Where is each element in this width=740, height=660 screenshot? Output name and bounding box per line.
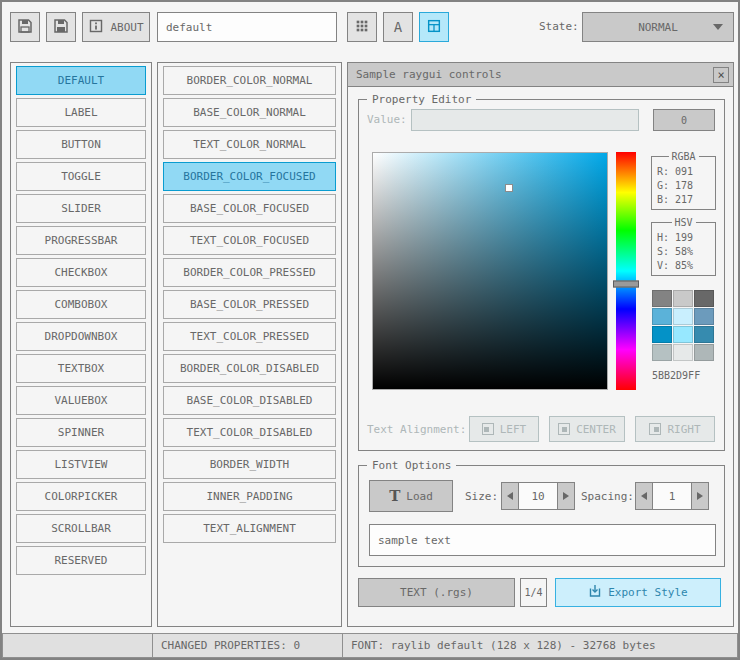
control-list-item[interactable]: DROPDOWNBOX [16,322,146,351]
property-list-item[interactable]: TEXT_COLOR_FOCUSED [163,226,336,255]
about-button[interactable]: ABOUT [82,12,150,42]
property-editor-group-label: Property Editor [367,93,476,106]
properties-list: BORDER_COLOR_NORMAL BASE_COLOR_NORMAL TE… [157,62,342,627]
state-label: State: [539,20,579,33]
control-list-item[interactable]: RESERVED [16,546,146,575]
palette-color-cell[interactable] [652,344,672,361]
control-list-item-label: DROPDOWNBOX [45,330,118,343]
size-increase-button[interactable] [557,482,575,510]
spacing-decrease-button[interactable] [635,482,653,510]
control-list-item[interactable]: TOGGLE [16,162,146,191]
font-load-label: Load [406,490,433,503]
value-input[interactable] [411,109,639,131]
palette-color-cell[interactable] [694,344,714,361]
property-list-item[interactable]: BORDER_COLOR_FOCUSED [163,162,336,191]
load-style-button[interactable] [10,12,40,42]
control-list-item[interactable]: TEXTBOX [16,354,146,383]
property-list-item[interactable]: BORDER_COLOR_PRESSED [163,258,336,287]
sample-window-titlebar[interactable]: Sample raygui controls × [348,63,733,87]
status-font-segment: FONT: raylib default (128 x 128) - 32768… [342,633,738,658]
right-arrow-icon [697,492,703,500]
rgba-row: G: 178 [652,179,715,193]
property-list-item[interactable]: BASE_COLOR_DISABLED [163,386,336,415]
property-list-item[interactable]: BASE_COLOR_FOCUSED [163,194,336,223]
property-list-item[interactable]: BORDER_WIDTH [163,450,336,479]
export-style-button[interactable]: Export Style [555,578,721,607]
palette-color-cell[interactable] [694,308,714,325]
property-list-item-label: BASE_COLOR_DISABLED [187,394,313,407]
control-list-item[interactable]: PROGRESSBAR [16,226,146,255]
export-format-button[interactable]: TEXT (.rgs) [358,578,515,607]
font-options-group-label: Font Options [367,459,456,472]
export-format-label: TEXT (.rgs) [400,586,473,599]
state-dropdown[interactable]: NORMAL [582,12,734,42]
property-list-item[interactable]: BORDER_COLOR_DISABLED [163,354,336,383]
palette-color-cell[interactable] [673,326,693,343]
property-list-item[interactable]: BASE_COLOR_NORMAL [163,98,336,127]
property-list-item-label: TEXT_COLOR_DISABLED [187,426,313,439]
control-list-item[interactable]: SCROLLBAR [16,514,146,543]
palette-color-cell[interactable] [673,308,693,325]
property-list-item[interactable]: TEXT_COLOR_PRESSED [163,322,336,351]
control-list-item-label: SLIDER [61,202,101,215]
controls-list: DEFAULT LABEL BUTTON TOGGLE SLIDER PROGR… [10,62,152,627]
color-saturation-value-panel[interactable] [372,152,608,390]
control-list-item[interactable]: LISTVIEW [16,450,146,479]
size-decrease-button[interactable] [501,482,519,510]
control-list-item[interactable]: BUTTON [16,130,146,159]
export-page-button[interactable]: 1/4 [520,578,547,607]
style-name-input[interactable] [157,12,337,42]
palette-color-cell[interactable] [694,326,714,343]
palette-color-cell[interactable] [652,326,672,343]
rgba-values: R: 091G: 178B: 217 [652,165,715,207]
font-mode-button[interactable]: A [383,12,413,42]
spacing-value-box[interactable]: 1 [652,482,692,510]
font-load-button[interactable]: T Load [369,480,453,512]
property-list-item[interactable]: TEXT_COLOR_NORMAL [163,130,336,159]
palette-color-cell[interactable] [652,290,672,307]
table-view-button[interactable] [419,12,449,42]
palette-color-cell[interactable] [673,290,693,307]
sample-text-input[interactable] [369,524,716,556]
save-style-button[interactable] [46,12,76,42]
control-list-item[interactable]: COMBOBOX [16,290,146,319]
property-list-item[interactable]: TEXT_COLOR_DISABLED [163,418,336,447]
align-right-label: RIGHT [667,423,700,436]
left-arrow-icon [641,492,647,500]
hue-slider[interactable] [613,280,639,287]
align-right-button[interactable]: RIGHT [635,416,715,442]
hsv-group: HSV H: 199S: 58%V: 85% [651,222,716,276]
control-list-item[interactable]: VALUEBOX [16,386,146,415]
control-list-item[interactable]: DEFAULT [16,66,146,95]
hue-bar[interactable] [616,152,636,390]
control-list-item[interactable]: SPINNER [16,418,146,447]
state-dropdown-value: NORMAL [638,21,678,34]
hsv-row: H: 199 [652,231,715,245]
align-center-button[interactable]: CENTER [549,416,625,442]
property-list-item[interactable]: TEXT_ALIGNMENT [163,514,336,543]
palette-color-cell[interactable] [694,290,714,307]
control-list-item[interactable]: SLIDER [16,194,146,223]
info-icon [88,18,104,37]
spacing-increase-button[interactable] [691,482,709,510]
color-cursor[interactable] [505,184,513,192]
right-arrow-icon [563,492,569,500]
control-list-item[interactable]: COLORPICKER [16,482,146,511]
spacing-label: Spacing: [581,490,634,503]
palette-color-cell[interactable] [652,308,672,325]
size-value-box[interactable]: 10 [518,482,558,510]
control-list-item[interactable]: LABEL [16,98,146,127]
property-list-item[interactable]: INNER_PADDING [163,482,336,511]
floppy-open-icon [16,17,34,38]
property-list-item[interactable]: BASE_COLOR_PRESSED [163,290,336,319]
palette-color-cell[interactable] [673,344,693,361]
value-apply-button[interactable]: 0 [653,109,715,131]
grid-mode-button[interactable] [347,12,377,42]
rgba-row: B: 217 [652,193,715,207]
close-button[interactable]: × [713,67,729,83]
property-list-item-label: BORDER_WIDTH [210,458,289,471]
align-left-button[interactable]: LEFT [469,416,539,442]
close-icon: × [717,69,724,81]
control-list-item[interactable]: CHECKBOX [16,258,146,287]
property-list-item[interactable]: BORDER_COLOR_NORMAL [163,66,336,95]
